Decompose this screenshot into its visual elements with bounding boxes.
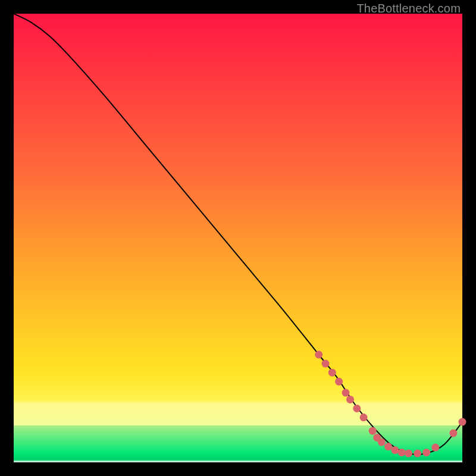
curve-markers (315, 351, 466, 458)
curve-marker (360, 414, 368, 421)
chart-svg (14, 14, 462, 462)
curve-marker (391, 446, 399, 454)
curve-marker (431, 444, 439, 452)
curve-marker (315, 351, 322, 359)
curve-marker (346, 396, 354, 403)
bottleneck-curve (14, 14, 462, 455)
curve-marker (384, 443, 392, 450)
curve-marker (335, 378, 343, 386)
curve-marker (398, 449, 406, 456)
curve-marker (353, 405, 361, 412)
chart-stage: TheBottleneck.com (0, 0, 476, 476)
curve-marker (328, 369, 336, 377)
curve-marker (422, 449, 430, 456)
curve-marker (369, 427, 377, 435)
curve-marker (342, 389, 350, 397)
curve-marker (378, 439, 386, 446)
curve-marker (414, 449, 421, 457)
curve-marker (449, 430, 457, 437)
curve-marker (322, 360, 330, 368)
watermark-text: TheBottleneck.com (356, 2, 461, 15)
curve-marker (405, 449, 412, 457)
curve-marker (459, 418, 466, 426)
